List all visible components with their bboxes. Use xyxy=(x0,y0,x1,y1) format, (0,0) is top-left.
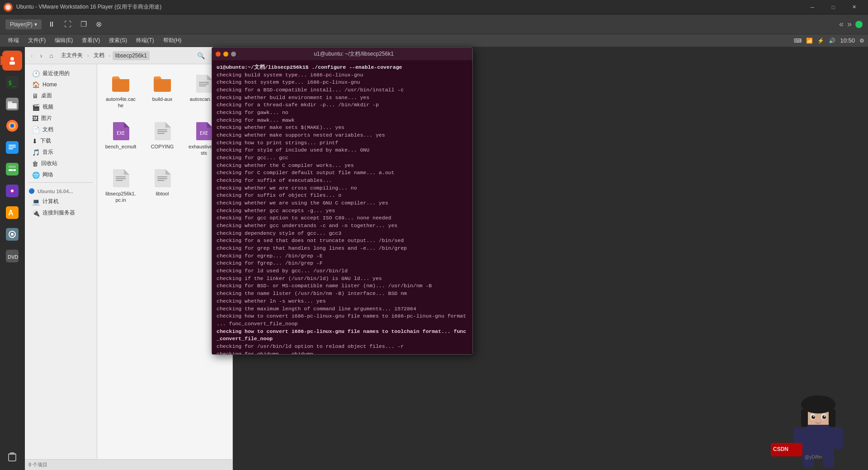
term-close-btn[interactable] xyxy=(216,52,221,57)
dock-item-app7[interactable] xyxy=(2,181,22,201)
svg-rect-38 xyxy=(157,129,167,130)
menu-terminal[interactable]: 终端 xyxy=(4,35,24,46)
file-build-aux[interactable]: build-aux xyxy=(144,70,180,112)
title-bar: Ubuntu - VMware Workstation 16 Player (仅… xyxy=(0,0,868,14)
term-line-32: checking the maximum length of command l… xyxy=(217,305,468,313)
window-controls: ─ □ ✕ xyxy=(802,0,864,14)
svg-rect-15 xyxy=(9,148,13,149)
breadcrumb-docs[interactable]: 文档 xyxy=(91,50,107,61)
close-button[interactable]: ✕ xyxy=(844,0,864,14)
tree-downloads[interactable]: ⬇ 下载 xyxy=(25,135,97,147)
term-line-36: _convert_file_noop xyxy=(217,335,468,343)
fm-home-btn[interactable]: ⌂ xyxy=(47,51,55,61)
main-area: $_ xyxy=(0,47,868,470)
tree-music[interactable]: 🎵 音乐 xyxy=(25,147,97,158)
term-line-21: checking whether gcc understands -c and … xyxy=(217,222,468,230)
term-line-25: checking for egrep... /bin/grep -E xyxy=(217,252,468,260)
svg-rect-53 xyxy=(823,454,834,468)
term-line-24: checking for grep that handles long line… xyxy=(217,245,468,252)
svg-rect-34 xyxy=(199,82,209,83)
file-copying[interactable]: COPYING xyxy=(144,117,180,159)
breadcrumb-home[interactable]: 主文件夹 xyxy=(58,50,85,61)
svg-rect-46 xyxy=(157,178,167,179)
svg-rect-17 xyxy=(9,166,16,168)
menu-help[interactable]: 帮助(H) xyxy=(159,35,186,46)
svg-rect-44 xyxy=(116,180,123,181)
dock-item-trash[interactable] xyxy=(2,446,22,466)
svg-rect-40 xyxy=(157,133,165,134)
file-libtool[interactable]: libtool xyxy=(144,164,180,206)
tree-desktop[interactable]: 🖥 桌面 xyxy=(25,90,97,101)
menu-search[interactable]: 搜索(S) xyxy=(104,35,132,46)
term-line-20: checking for gcc option to accept ISO C8… xyxy=(217,214,468,222)
term-min-btn[interactable] xyxy=(223,52,228,57)
file-libsecp256k1-pc-in[interactable]: libsecp256k1.pc.in xyxy=(103,164,139,206)
fm-status-bar: 8 个项目 xyxy=(25,459,232,470)
term-line-7: checking for mawk... mawk xyxy=(217,117,468,124)
svg-rect-8 xyxy=(8,103,17,109)
svg-rect-20 xyxy=(13,169,16,171)
stream-left-icon: « xyxy=(839,19,844,29)
term-line-35: checking how to convert i686-pc-linux-gn… xyxy=(217,328,468,336)
svg-rect-36 xyxy=(199,85,206,86)
tree-recent[interactable]: 🕐 最近使用的 xyxy=(25,68,97,79)
term-line-4: checking whether build environment is sa… xyxy=(217,94,468,102)
svg-text:@yDiffer: @yDiffer xyxy=(805,455,823,460)
term-max-btn[interactable] xyxy=(231,52,236,57)
term-content[interactable]: u1@ubuntu:~/文档/libsecp256k1$ ./configure… xyxy=(212,60,472,354)
dock-item-text[interactable] xyxy=(2,138,22,157)
menu-view[interactable]: 查看(V) xyxy=(77,35,104,46)
file-manager: ‹ › ⌂ 主文件夹 › 文档 › libsecp256k1 🔍 ≡ ⊞ 🕐 最 xyxy=(25,47,233,470)
term-title-text: u1@ubuntu: ~/文档/libsecp256k1 xyxy=(239,50,469,58)
fm-forward-btn[interactable]: › xyxy=(38,51,45,61)
dock-item-dvd[interactable]: DVD xyxy=(2,246,22,266)
menu-file[interactable]: 文件(F) xyxy=(24,35,50,46)
vm-ctrl-btn2[interactable]: ❐ xyxy=(78,18,90,30)
svg-rect-35 xyxy=(199,84,209,85)
term-line-15: checking for suffix of executables... xyxy=(217,177,468,185)
dock-item-home[interactable] xyxy=(2,51,22,71)
svg-point-11 xyxy=(10,124,14,128)
svg-rect-47 xyxy=(157,180,165,181)
tree-trash[interactable]: 🗑 回收站 xyxy=(25,158,97,169)
tree-docs[interactable]: 📄 文档 xyxy=(25,124,97,135)
file-autom4te-cache[interactable]: autom4te.cache xyxy=(103,70,139,112)
menu-terminal2[interactable]: 终端(T) xyxy=(132,35,158,46)
vm-ctrl-btn1[interactable]: ⛶ xyxy=(61,19,74,30)
toolbar: Player(P) ▾ ⏸ ⛶ ❐ ⊗ « » xyxy=(0,14,868,34)
svg-rect-3 xyxy=(9,62,15,65)
svg-text:CSDN: CSDN xyxy=(773,446,788,452)
tree-pictures[interactable]: 🖼 图片 xyxy=(25,113,97,124)
term-line-13: checking whether the C compiler works...… xyxy=(217,162,468,170)
fm-back-btn[interactable]: ‹ xyxy=(28,51,35,61)
minimize-button[interactable]: ─ xyxy=(802,0,823,14)
file-bench-ecmult[interactable]: EXE bench_ecmult xyxy=(103,117,139,159)
vm-ctrl-btn3[interactable]: ⊗ xyxy=(93,18,104,30)
dock-item-terminal[interactable]: $_ xyxy=(2,72,22,92)
svg-rect-49 xyxy=(802,425,834,456)
fm-search-btn[interactable]: 🔍 xyxy=(195,51,207,61)
tree-server[interactable]: 🔌 连接到服务器 xyxy=(25,207,97,218)
svg-rect-51 xyxy=(834,427,843,450)
breadcrumb-current[interactable]: libsecp256k1 xyxy=(113,51,150,60)
maximize-button[interactable]: □ xyxy=(823,0,844,14)
player-menu-button[interactable]: Player(P) ▾ xyxy=(5,19,42,29)
term-line-19: checking whether gcc accepts -g... yes xyxy=(217,207,468,215)
menu-edit[interactable]: 编辑(E) xyxy=(50,35,77,46)
toolbar-right: « » xyxy=(839,19,863,29)
dock-item-firefox[interactable] xyxy=(2,116,22,136)
term-line-6: checking for gawk... no xyxy=(217,109,468,117)
tree-videos[interactable]: 🎬 视频 xyxy=(25,101,97,113)
fm-content: 🕐 最近使用的 🏠 Home 🖥 桌面 🎬 视频 🖼 图片 xyxy=(25,64,232,459)
tree-home[interactable]: 🏠 Home xyxy=(25,79,97,90)
tree-computer[interactable]: 💻 计算机 xyxy=(25,196,97,207)
network-icon: 📶 xyxy=(806,38,813,44)
tree-network[interactable]: 🌐 网络 xyxy=(25,169,97,180)
svg-point-0 xyxy=(5,5,11,10)
dock-item-files[interactable] xyxy=(2,94,22,114)
connection-status-dot xyxy=(855,21,863,28)
dock-item-calc[interactable] xyxy=(2,159,22,179)
dock-item-amazon[interactable]: A xyxy=(2,203,22,223)
pause-button[interactable]: ⏸ xyxy=(45,19,58,30)
dock-item-settings[interactable] xyxy=(2,224,22,244)
